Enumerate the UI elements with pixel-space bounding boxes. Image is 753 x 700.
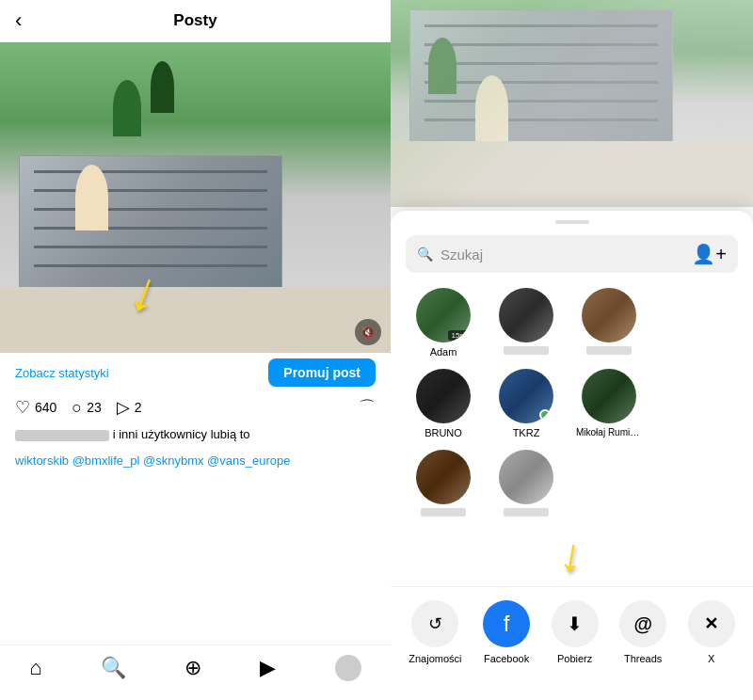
share-option-pobierz[interactable]: ⬇ Pobierz [552,600,599,664]
search-icon: 🔍 [417,247,433,262]
share-option-facebook[interactable]: f Facebook [483,600,530,664]
contact-mikolaj[interactable]: Mikołaj Rumianek [571,369,647,438]
post-header: ‹ Posty [0,0,391,42]
contact-avatar-mikolaj [582,369,636,423]
sheet-handle [555,220,589,224]
contact-name-tkrz: TKRZ [513,427,540,438]
user-avatar-small [15,430,109,441]
contact-name-bruno: BRUNO [425,427,462,438]
left-panel: ‹ Posty ↓ 🔇 Zobacz statystyki Promuj pos… [0,0,391,700]
nav-add-icon[interactable]: ⊕ [184,656,201,680]
contact-name-8 [504,508,549,517]
time-badge-adam: 15m [448,330,469,341]
contacts-row-3 [406,450,738,517]
back-button[interactable]: ‹ [15,8,22,33]
online-badge-tkrz [539,409,551,421]
contact-name-7 [421,508,466,517]
share-option-x[interactable]: ✕ X [688,600,735,664]
x-label: X [708,653,714,664]
contact-avatar-adam: 15m [416,288,471,342]
stats-row: ♡ 640 ○ 23 ▷ 2 ⌒ [0,392,391,422]
share-option-znajomosci[interactable]: ↺ Znajomości [409,600,461,664]
facebook-icon: f [483,600,530,647]
contacts-row-2: BRUNO TKRZ Mikołaj Rumianek [406,369,738,438]
contacts-grid: 15m Adam BRUNO [391,288,753,528]
contact-avatar-8 [499,450,553,504]
x-icon: ✕ [688,600,735,647]
promote-button[interactable]: Promuj post [268,358,376,387]
right-bg-image [391,0,753,207]
contact-name-adam: Adam [430,346,457,358]
heart-icon: ♡ [15,397,30,418]
add-user-button[interactable]: 👤+ [692,243,727,265]
right-panel: 🔍 Szukaj 👤+ 15m Adam [391,0,753,700]
contact-bruno[interactable]: BRUNO [406,369,481,438]
znajomosci-label: Znajomości [409,653,461,664]
contact-2[interactable] [489,288,564,358]
contact-name-3 [586,346,632,355]
contact-name-mikolaj: Mikołaj Rumianek [576,427,642,438]
contact-7[interactable] [406,450,481,517]
nav-reels-icon[interactable]: ▶ [260,656,276,680]
contact-avatar-bruno [416,369,471,423]
contact-8[interactable] [489,450,564,517]
likes-count: 640 [35,400,56,415]
threads-label: Threads [624,653,662,664]
pobierz-icon: ⬇ [552,600,599,647]
threads-icon: @ [619,600,666,647]
nav-profile-icon[interactable] [335,655,361,681]
shares-count: 2 [135,400,142,415]
contact-tkrz[interactable]: TKRZ [489,369,564,438]
search-placeholder: Szukaj [441,247,483,262]
post-image: ↓ 🔇 [0,42,391,353]
znajomosci-icon: ↺ [411,600,458,647]
share-option-threads[interactable]: @ Threads [619,600,666,664]
see-stats-link[interactable]: Zobacz statystyki [15,366,109,380]
likes-stat[interactable]: ♡ 640 [15,397,56,418]
contact-avatar-tkrz [499,369,553,423]
page-title: Posty [173,11,216,30]
contact-adam[interactable]: 15m Adam [406,288,481,358]
mentions-row: wiktorskib @bmxlife_pl @sknybmx @vans_eu… [0,449,391,475]
contact-avatar-2 [499,288,553,342]
contact-3[interactable] [571,288,647,358]
caption-row: i inni użytkownicy lubią to [0,422,391,449]
share-sheet: 🔍 Szukaj 👤+ 15m Adam [391,211,753,700]
contact-avatar-7 [416,450,471,504]
comments-stat[interactable]: ○ 23 [72,398,101,418]
nav-search-icon[interactable]: 🔍 [101,656,126,680]
arrow-indicator-right: ↓ [555,526,588,583]
search-bar[interactable]: 🔍 Szukaj 👤+ [406,235,738,273]
facebook-label: Facebook [484,653,529,664]
comment-icon: ○ [72,398,82,418]
nav-home-icon[interactable]: ⌂ [29,656,41,680]
likes-caption: i inni użytkownicy lubią to [113,427,250,441]
share-icon: ▷ [117,397,130,418]
comments-count: 23 [87,400,102,415]
contact-name-2 [504,346,549,355]
contact-avatar-3 [582,288,636,342]
shares-stat[interactable]: ▷ 2 [117,397,142,418]
bookmark-icon[interactable]: ⌒ [359,396,376,419]
promote-bar: Zobacz statystyki Promuj post [0,353,391,392]
mute-icon[interactable]: 🔇 [355,319,381,345]
share-icons-row: ↺ Znajomości f Facebook ⬇ Pobierz @ Thre… [391,586,753,672]
contacts-row-1: 15m Adam [406,288,738,358]
pobierz-label: Pobierz [557,653,592,664]
mentions-text[interactable]: wiktorskib @bmxlife_pl @sknybmx @vans_eu… [15,453,290,468]
bottom-navigation: ⌂ 🔍 ⊕ ▶ [0,644,391,700]
